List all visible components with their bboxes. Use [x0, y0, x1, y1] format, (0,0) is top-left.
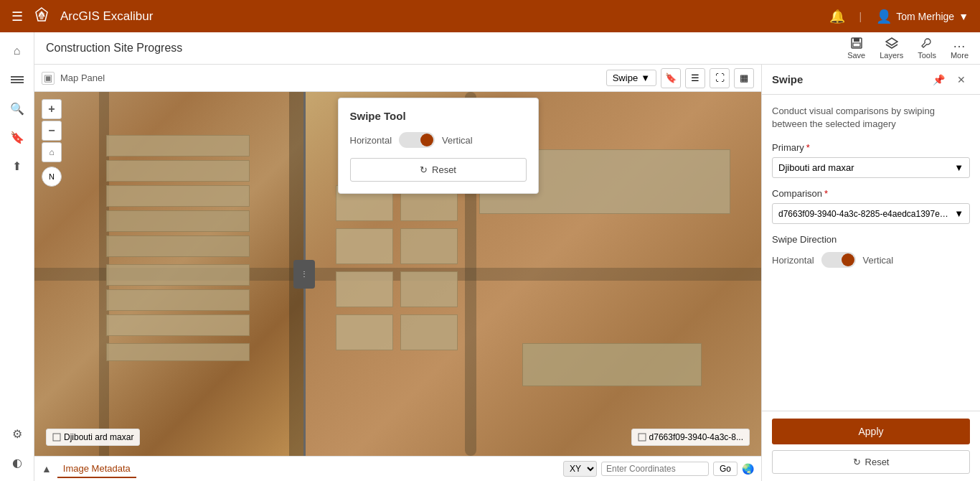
app-title: ArcGIS Excalibur: [60, 9, 821, 24]
swipe-handle[interactable]: ⋮: [293, 260, 315, 289]
svg-rect-7: [853, 43, 860, 47]
collapse-arrow[interactable]: ▲: [42, 463, 52, 475]
swipe-button[interactable]: Swipe ▼: [606, 70, 656, 86]
left-label-text: Djibouti ard maxar: [64, 432, 133, 442]
zoom-out-button[interactable]: −: [42, 121, 62, 141]
svg-rect-6: [854, 38, 859, 42]
right-panel-body: Conduct visual comparisons by swiping be…: [762, 95, 980, 411]
panel-horizontal-label: Horizontal: [772, 255, 814, 266]
home-extent-button[interactable]: ⌂: [42, 142, 62, 162]
apply-button[interactable]: Apply: [772, 419, 970, 444]
popup-toggle-track[interactable]: [399, 132, 435, 148]
toolbar-buttons: Save Layers Tools … More: [847, 37, 969, 60]
layer-icon: [52, 433, 61, 442]
svg-rect-2: [11, 82, 24, 83]
close-icon[interactable]: ✕: [953, 71, 970, 88]
sidebar-item-settings[interactable]: ⚙: [4, 421, 30, 447]
more-button[interactable]: … More: [951, 37, 969, 60]
chevron-down-icon: ▼: [958, 11, 969, 22]
layers-label: Layers: [880, 51, 903, 60]
primary-required-star: *: [806, 142, 810, 153]
popup-vertical-label: Vertical: [442, 135, 473, 146]
right-panel-header: Swipe 📌 ✕: [762, 65, 980, 95]
more-label: More: [951, 51, 969, 60]
swipe-line[interactable]: ⋮: [303, 92, 306, 456]
location-icon[interactable]: 🌏: [742, 463, 754, 475]
map-toolbar-right: Swipe ▼ 🔖 ☰ ⛶ ▦: [606, 68, 754, 88]
comparison-field-label: Comparison *: [772, 188, 970, 199]
panel-reset-button[interactable]: ↻ Reset: [772, 450, 970, 474]
panel-description: Conduct visual comparisons by swiping be…: [772, 105, 970, 131]
comparison-select-chevron: ▼: [954, 208, 963, 219]
divider: |: [859, 11, 862, 22]
top-navigation: ☰ ArcGIS Excalibur 🔔 | 👤 Tom Merhige ▼: [0, 0, 980, 32]
popup-direction-toggle: Horizontal Vertical: [350, 132, 527, 148]
hamburger-icon[interactable]: ☰: [11, 9, 23, 24]
tools-button[interactable]: Tools: [918, 37, 936, 60]
user-icon: 👤: [876, 9, 892, 24]
comparison-required-star: *: [824, 188, 828, 199]
primary-select-chevron: ▼: [954, 162, 963, 173]
user-menu[interactable]: 👤 Tom Merhige ▼: [876, 9, 969, 24]
zoom-in-button[interactable]: +: [42, 99, 62, 119]
map-label-left: Djibouti ard maxar: [46, 429, 140, 446]
notification-icon[interactable]: 🔔: [829, 9, 845, 24]
swipe-dropdown-icon: ▼: [641, 73, 650, 83]
map-label-right: d7663f09-3940-4a3c-8...: [631, 429, 750, 446]
pin-icon[interactable]: 📌: [930, 71, 947, 88]
primary-field-label: Primary *: [772, 142, 970, 153]
comparison-select[interactable]: d7663f09-3940-4a3c-8285-e4aedca1397e-inv…: [772, 203, 970, 224]
direction-toggle[interactable]: [821, 252, 856, 268]
right-panel-title: Swipe: [772, 73, 930, 85]
map-view[interactable]: ⋮ + − ⌂ N Swipe Tool: [34, 92, 761, 456]
expand-map-button[interactable]: ⛶: [710, 68, 730, 88]
coordinates-input[interactable]: [601, 462, 709, 476]
sidebar-item-home[interactable]: ⌂: [4, 38, 30, 64]
coordinate-system-select[interactable]: XY: [563, 461, 597, 477]
map-controls: + − ⌂ N: [42, 99, 62, 187]
right-panel: Swipe 📌 ✕ Conduct visual comparisons by …: [761, 65, 980, 481]
primary-select[interactable]: Djibouti ard maxar ▼: [772, 157, 970, 178]
user-name: Tom Merhige: [896, 11, 954, 22]
layers-button[interactable]: Layers: [880, 37, 903, 60]
panel-header-icons: 📌 ✕: [930, 71, 970, 88]
compass-button[interactable]: N: [42, 167, 62, 187]
bottom-bar: ▲ Image Metadata XY Go 🌏: [34, 456, 761, 481]
sidebar-item-layers[interactable]: [4, 67, 30, 93]
sidebar-item-upload[interactable]: ⬆: [4, 153, 30, 179]
svg-marker-8: [886, 38, 897, 45]
swipe-direction-section: Swipe Direction Horizontal Vertical: [772, 234, 970, 268]
svg-rect-3: [11, 79, 24, 80]
right-label-text: d7663f09-3940-4a3c-8...: [649, 432, 743, 442]
go-button[interactable]: Go: [713, 462, 738, 476]
primary-select-value: Djibouti ard maxar: [778, 162, 854, 173]
list-map-button[interactable]: ☰: [685, 68, 705, 88]
app-logo: [32, 6, 52, 27]
sidebar-item-search[interactable]: 🔍: [4, 95, 30, 121]
direction-toggle-row: Horizontal Vertical: [772, 252, 970, 268]
grid-map-button[interactable]: ▦: [734, 68, 754, 88]
layer-icon-right: [638, 433, 646, 442]
svg-rect-4: [11, 76, 24, 78]
sidebar-item-bookmark[interactable]: 🔖: [4, 124, 30, 150]
swipe-popup-title: Swipe Tool: [350, 110, 527, 122]
comparison-select-value: d7663f09-3940-4a3c-8285-e4aedca1397e-inv…: [778, 209, 951, 219]
map-panel-row: ▣ Map Panel Swipe ▼ 🔖 ☰ ⛶ ▦: [34, 65, 980, 481]
bookmark-map-button[interactable]: 🔖: [661, 68, 681, 88]
left-sidebar: ⌂ 🔍 🔖 ⬆ ⚙ ◐: [0, 32, 34, 481]
map-toolbar: ▣ Map Panel Swipe ▼ 🔖 ☰ ⛶ ▦: [34, 65, 761, 92]
direction-toggle-thumb: [842, 253, 854, 266]
save-button[interactable]: Save: [847, 37, 865, 60]
panel-vertical-label: Vertical: [863, 255, 894, 266]
popup-reset-button[interactable]: ↻ Reset: [350, 158, 527, 182]
image-metadata-tab[interactable]: Image Metadata: [57, 460, 136, 478]
sidebar-item-contrast[interactable]: ◐: [4, 449, 30, 475]
page-header: Construction Site Progress Save Layers T…: [34, 32, 980, 65]
content-area: Construction Site Progress Save Layers T…: [34, 32, 980, 481]
map-panel-icon: ▣: [42, 72, 55, 85]
panel-reset-label: Reset: [865, 457, 890, 467]
panel-reset-icon: ↻: [853, 457, 861, 467]
svg-rect-10: [639, 434, 646, 441]
map-panel-title: Map Panel: [60, 73, 600, 83]
swipe-direction-title: Swipe Direction: [772, 234, 970, 245]
